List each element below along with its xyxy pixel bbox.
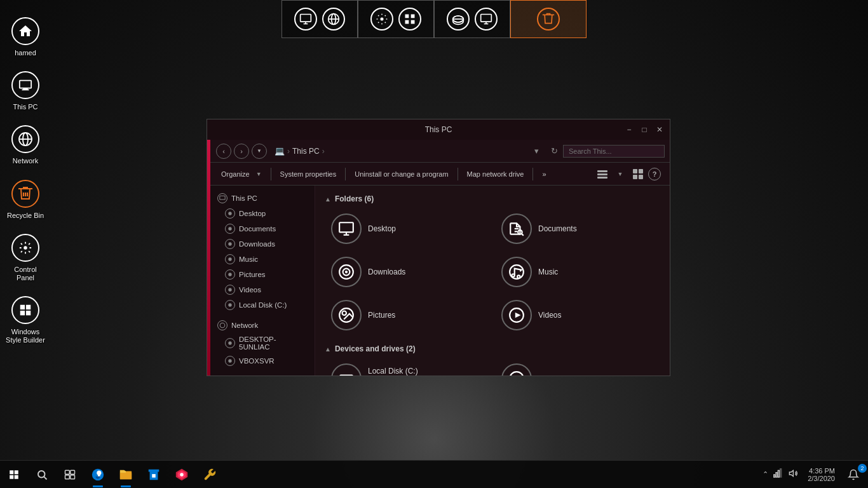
desktop-icon-control-panel[interactable]: Control Panel — [2, 229, 49, 285]
taskbar-search-button[interactable] — [28, 461, 56, 489]
map-drive-button[interactable]: Map network drive — [462, 168, 529, 180]
svg-rect-9 — [20, 311, 25, 315]
path-this-pc: This PC — [292, 147, 320, 156]
hamed-label: hamed — [15, 49, 36, 57]
folder-pictures[interactable]: Pictures — [325, 296, 490, 334]
tray-chevron-icon[interactable]: ⌃ — [763, 470, 768, 478]
sidebar-item-network[interactable]: Network — [207, 318, 315, 333]
desktop-icon-this-pc[interactable]: This PC — [2, 67, 49, 114]
taskbar-file-explorer-button[interactable] — [112, 461, 140, 489]
sidebar-item-videos[interactable]: Videos — [207, 282, 315, 297]
drives-collapse-btn[interactable]: ▲ — [325, 346, 331, 353]
top-icon-group-1[interactable] — [281, 0, 358, 38]
taskbar-store-button[interactable] — [140, 461, 168, 489]
sidebar-item-vboxsvr[interactable]: VBOXSVR — [207, 353, 315, 369]
dropdown-button[interactable]: ▼ — [252, 144, 267, 159]
folders-section-title: Folders (6) — [335, 194, 374, 203]
this-pc-icon — [10, 70, 41, 100]
help-button[interactable]: ? — [648, 168, 661, 180]
svg-point-73 — [38, 471, 45, 478]
drives-section-title: Devices and drives (2) — [335, 344, 416, 353]
svg-rect-0 — [20, 81, 31, 88]
network-tray-icon[interactable] — [773, 468, 783, 480]
sidebar-item-downloads[interactable]: Downloads — [207, 236, 315, 252]
top-icon-group-2[interactable] — [358, 0, 434, 38]
svg-line-74 — [44, 477, 46, 479]
refresh-button[interactable]: ↻ — [548, 145, 560, 158]
view-dropdown-button[interactable]: ▼ — [613, 166, 628, 182]
sidebar-item-music[interactable]: Music — [207, 252, 315, 267]
sidebar-item-desktop[interactable]: Desktop — [207, 206, 315, 221]
organize-dropdown[interactable]: ▼ — [256, 168, 267, 180]
drive-local-disk-c[interactable]: Local Disk (C:) 16.8 GB free of 31.5 GB — [325, 360, 490, 376]
svg-rect-28 — [597, 170, 607, 172]
taskbar-clock[interactable]: 4:36 PM 2/3/2020 — [803, 467, 840, 482]
sidebar-desktop5unliac-icon — [225, 338, 235, 348]
view-tiles-button[interactable] — [630, 166, 646, 182]
sidebar-item-pictures[interactable]: Pictures — [207, 267, 315, 282]
taskbar-task-view-button[interactable] — [56, 461, 84, 489]
sidebar-item-local-disk[interactable]: Local Disk (C:) — [207, 297, 315, 313]
volume-icon[interactable] — [789, 468, 799, 480]
sidebar-item-desktop5unliac[interactable]: DESKTOP-5UNLIAC — [207, 333, 315, 353]
maximize-button[interactable]: □ — [639, 125, 649, 134]
svg-point-36 — [228, 212, 231, 215]
top-icon-group-4[interactable] — [510, 0, 587, 38]
svg-point-6 — [24, 246, 27, 250]
sidebar-music-icon — [225, 254, 235, 264]
sidebar-item-documents[interactable]: Documents — [207, 221, 315, 236]
sidebar-item-this-pc[interactable]: This PC — [207, 191, 315, 206]
window-controls: − □ ✕ — [624, 125, 665, 134]
svg-rect-31 — [633, 169, 637, 173]
more-button[interactable]: » — [537, 168, 551, 180]
taskbar-gem-button[interactable] — [168, 461, 196, 489]
notification-button[interactable]: 2 — [844, 461, 863, 489]
sidebar-local-disk-icon — [225, 300, 235, 310]
start-button[interactable] — [0, 461, 28, 489]
folder-music[interactable]: Music — [495, 253, 660, 291]
back-button[interactable]: ‹ — [216, 144, 231, 159]
forward-button[interactable]: › — [234, 144, 249, 159]
svg-rect-20 — [405, 20, 409, 24]
sidebar-vboxsvr-label: VBOXSVR — [239, 357, 275, 365]
toolbar-sep-3 — [458, 168, 458, 180]
folders-collapse-btn[interactable]: ▲ — [325, 196, 331, 203]
svg-rect-82 — [152, 474, 156, 478]
close-button[interactable]: ✕ — [654, 125, 665, 134]
folder-documents[interactable]: Documents — [495, 210, 660, 248]
organize-button[interactable]: Organize — [216, 168, 255, 180]
folder-videos[interactable]: Videos — [495, 296, 660, 334]
wsb-label: Windows Style Builder — [6, 328, 45, 344]
svg-rect-18 — [405, 15, 409, 18]
sidebar-videos-label: Videos — [239, 286, 261, 294]
system-properties-button[interactable]: System properties — [275, 168, 342, 180]
folder-downloads[interactable]: Downloads — [325, 253, 490, 291]
svg-rect-33 — [633, 175, 637, 179]
path-icon: 💻 — [275, 146, 285, 156]
desktop-icon-network[interactable]: Network — [2, 121, 49, 168]
taskbar-tool-button[interactable] — [196, 461, 224, 489]
desktop-icon-wsb[interactable]: Windows Style Builder — [2, 292, 49, 348]
svg-rect-89 — [780, 469, 782, 477]
sidebar-pictures-label: Pictures — [239, 271, 266, 278]
window-accent-bar — [207, 140, 210, 376]
top-icon-group-3[interactable] — [434, 0, 510, 38]
view-details-button[interactable] — [595, 166, 610, 182]
svg-rect-34 — [639, 175, 643, 179]
uninstall-button[interactable]: Uninstall or change a program — [349, 168, 453, 180]
minimize-button[interactable]: − — [624, 125, 634, 134]
pictures-folder-label: Pictures — [368, 311, 395, 320]
drives-section-header: ▲ Devices and drives (2) — [325, 344, 660, 353]
folder-desktop[interactable]: Desktop — [325, 210, 490, 248]
dropdown-arrow-btn[interactable]: ▾ — [530, 145, 543, 158]
taskbar-edge-button[interactable] — [84, 461, 112, 489]
svg-point-85 — [180, 473, 184, 477]
address-path[interactable]: 💻 › This PC › — [275, 146, 522, 156]
desktop-icon-recycle-bin[interactable]: Recycle Bin — [2, 175, 49, 223]
drive-cd-drive-d[interactable]: CD Drive (D:) — [495, 360, 660, 376]
sidebar-downloads-label: Downloads — [239, 240, 275, 248]
desktop-icon-hamed[interactable]: hamed — [2, 13, 49, 60]
svg-rect-88 — [778, 470, 780, 477]
svg-rect-19 — [411, 15, 415, 18]
search-input[interactable] — [563, 145, 665, 158]
